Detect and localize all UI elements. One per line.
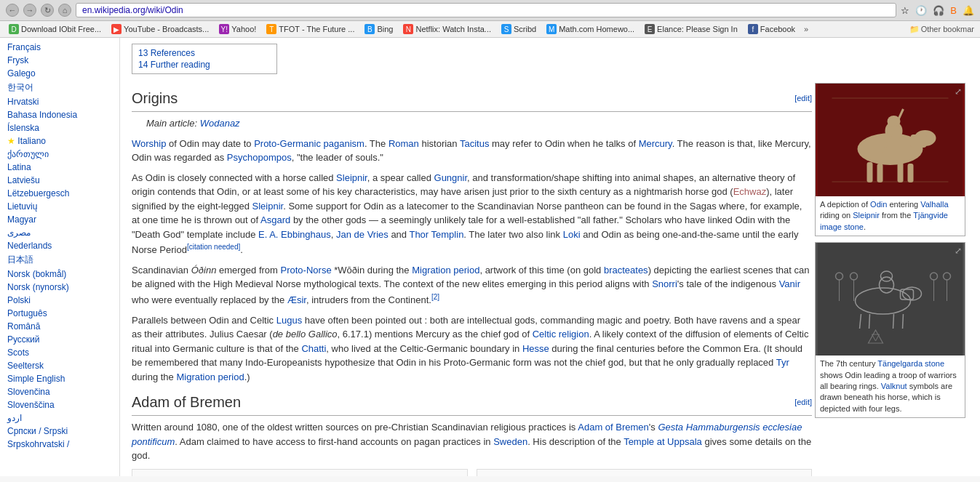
bookmark-youtube[interactable]: ▶ YouTube - Broadcasts... xyxy=(108,23,212,35)
sidebar-item-japanese[interactable]: 日本語 xyxy=(0,252,119,268)
other-bookmarks-folder[interactable]: 📁 Other bookmar xyxy=(909,25,974,34)
address-bar[interactable]: en.wikipedia.org/wiki/Odin xyxy=(76,3,896,17)
chatti-link[interactable]: Chatti xyxy=(301,343,326,354)
citation-needed[interactable]: [citation needed] xyxy=(187,243,240,251)
valknut-link[interactable]: Valknut xyxy=(881,382,907,390)
bookmark-scribd[interactable]: S Scribd xyxy=(498,23,539,35)
bracteates-link[interactable]: bracteates xyxy=(604,265,648,276)
bookmark-netflix[interactable]: N Netflix: Watch Insta... xyxy=(400,23,494,35)
sidebar-item-seeltersk[interactable]: Seeltersk xyxy=(0,359,119,372)
sidebar-item-srpskohrvatski[interactable]: Srpskohrvatski / xyxy=(0,438,119,451)
proto-germanic-link[interactable]: Proto-Germanic paganism xyxy=(254,138,364,149)
sidebar-item-kartuli[interactable]: ქართული xyxy=(0,148,119,161)
sidebar-item-latina[interactable]: Latina xyxy=(0,161,119,174)
sidebar-item-russian[interactable]: Русский xyxy=(0,333,119,346)
sidebar-item-simple-english[interactable]: Simple English xyxy=(0,372,119,385)
expand-icon-2[interactable]: ⤢ xyxy=(955,246,962,256)
blog-icon[interactable]: B xyxy=(950,5,957,16)
lugus-link[interactable]: Lugus xyxy=(276,315,302,326)
sidebar-item-galego[interactable]: Galego xyxy=(0,67,119,80)
headphones-icon[interactable]: 🎧 xyxy=(933,5,944,16)
tyr-link[interactable]: Tyr xyxy=(776,357,789,368)
bookmark-math[interactable]: M Math.com Homewo... xyxy=(543,23,637,35)
snorri-link[interactable]: Snorri xyxy=(652,278,677,289)
citation-2[interactable]: [2] xyxy=(431,293,439,301)
hesse-link[interactable]: Hesse xyxy=(522,343,549,354)
adam-bremen-edit-link[interactable]: [edit] xyxy=(794,396,812,409)
forward-button[interactable]: → xyxy=(23,4,36,17)
celtic-religion-link[interactable]: Celtic religion xyxy=(533,329,589,340)
bookmark-iobit[interactable]: D Download IObit Free... xyxy=(6,23,104,35)
wodanaz-link[interactable]: Wodanaz xyxy=(200,118,240,129)
mercury-link[interactable]: Mercury xyxy=(639,138,672,149)
sidebar-item-slovencina[interactable]: Slovenčina xyxy=(0,385,119,398)
bookmark-yahoo[interactable]: Y! Yahoo! xyxy=(216,23,259,35)
history-icon[interactable]: 🕐 xyxy=(915,5,927,16)
toc-item-14[interactable]: 14 Further reading xyxy=(135,59,274,71)
tjangvide-link[interactable]: Tjängvide image stone xyxy=(820,211,948,230)
proto-norse-link[interactable]: Proto-Norse xyxy=(281,265,332,276)
aesir-link[interactable]: Æsir xyxy=(287,294,306,305)
odin-link-caption1[interactable]: Odin xyxy=(870,200,887,209)
sidebar-item-norsk-nynorsk[interactable]: Norsk (nynorsk) xyxy=(0,281,119,294)
home-button[interactable]: ⌂ xyxy=(58,4,71,17)
echwaz-link[interactable]: Echwaz xyxy=(733,186,767,197)
psychopompos-link[interactable]: Psychopompos xyxy=(227,152,292,163)
sidebar-item-frysk[interactable]: Frysk xyxy=(0,54,119,67)
sidebar-item-norsk-bokmal[interactable]: Norsk (bokmål) xyxy=(0,268,119,281)
sidebar-item-scots[interactable]: Scots xyxy=(0,346,119,359)
sidebar-item-masry[interactable]: مصرى xyxy=(0,226,119,239)
bookmark-tfot[interactable]: T TFOT - The Future ... xyxy=(263,23,357,35)
toc-item-13[interactable]: 13 References xyxy=(135,47,274,59)
origins-edit-link[interactable]: [edit] xyxy=(794,92,812,105)
migration-period-link2[interactable]: Migration period xyxy=(176,371,244,382)
sidebar-item-latviesu[interactable]: Latviešu xyxy=(0,174,119,187)
migration-period-link1[interactable]: Migration period xyxy=(412,265,479,276)
gungnir-link[interactable]: Gungnir xyxy=(434,172,468,183)
refresh-button[interactable]: ↻ xyxy=(41,4,54,17)
roman-link[interactable]: Roman xyxy=(389,138,419,149)
asgard-link[interactable]: Asgard xyxy=(260,214,290,225)
sidebar-item-polski[interactable]: Polski xyxy=(0,294,119,307)
sidebar-item-letzebuergesch[interactable]: Lëtzebuergesch xyxy=(0,187,119,200)
sidebar-item-lietuviu[interactable]: Lietuvių xyxy=(0,200,119,213)
temple-link[interactable]: Temple at Uppsala xyxy=(624,436,702,447)
templin-link[interactable]: Thor Templin xyxy=(409,229,463,240)
sidebar-item-srpski[interactable]: Српски / Srpski xyxy=(0,425,119,438)
sidebar-item-magyar[interactable]: Magyar xyxy=(0,213,119,226)
sleipnir-link1[interactable]: Sleipnir xyxy=(336,172,367,183)
bookmark-facebook[interactable]: f Facebook xyxy=(745,23,798,35)
devries-link[interactable]: Jan de Vries xyxy=(336,229,389,240)
sidebar-item-nederlands[interactable]: Nederlands xyxy=(0,239,119,252)
sidebar-item-slovenscina[interactable]: Slovenščina xyxy=(0,398,119,411)
bookmark-bing[interactable]: B Bing xyxy=(362,23,396,35)
back-button[interactable]: ← xyxy=(6,4,19,17)
worship-link[interactable]: Worship xyxy=(132,138,166,149)
sidebar-item-romana[interactable]: Română xyxy=(0,320,119,333)
loki-link[interactable]: Loki xyxy=(563,229,581,240)
expand-icon-1[interactable]: ⤢ xyxy=(955,87,962,97)
sidebar-item-urdu[interactable]: اردو xyxy=(0,411,119,425)
svg-rect-4 xyxy=(911,134,927,148)
bookmark-elance[interactable]: E Elance: Please Sign In xyxy=(642,23,741,35)
sidebar-item-korean[interactable]: 한국어 xyxy=(0,80,119,95)
notifications-icon[interactable]: 🔔 xyxy=(963,5,974,16)
sidebar-item-francais[interactable]: Français xyxy=(0,41,119,54)
gesta-link[interactable]: Gesta Hammaburgensis ecclesiae pontificu… xyxy=(132,422,802,447)
sidebar-item-portugues[interactable]: Português xyxy=(0,307,119,320)
tangelgarda-link[interactable]: Tängelgarda stone xyxy=(877,359,944,368)
sleipnir-link-caption[interactable]: Sleipnir xyxy=(853,211,880,220)
tacitus-link[interactable]: Tacitus xyxy=(460,138,489,149)
sidebar-item-islenska[interactable]: Íslenska xyxy=(0,121,119,134)
adam-bremen-link[interactable]: Adam of Bremen xyxy=(578,422,649,433)
star-icon[interactable]: ☆ xyxy=(901,5,909,16)
sleipnir-link2[interactable]: Sleipnir xyxy=(252,201,284,212)
ebbinghaus-link[interactable]: E. A. Ebbinghaus xyxy=(258,229,331,240)
vanir-link[interactable]: Vanir xyxy=(779,278,800,289)
sidebar-item-hrvatski[interactable]: Hrvatski xyxy=(0,95,119,108)
sweden-link[interactable]: Sweden xyxy=(493,436,527,447)
sidebar-item-bahasa[interactable]: Bahasa Indonesia xyxy=(0,108,119,121)
sidebar-item-italiano[interactable]: Italiano xyxy=(0,134,119,148)
more-bookmarks[interactable]: » xyxy=(804,25,808,33)
valhalla-link[interactable]: Valhalla xyxy=(920,200,948,209)
